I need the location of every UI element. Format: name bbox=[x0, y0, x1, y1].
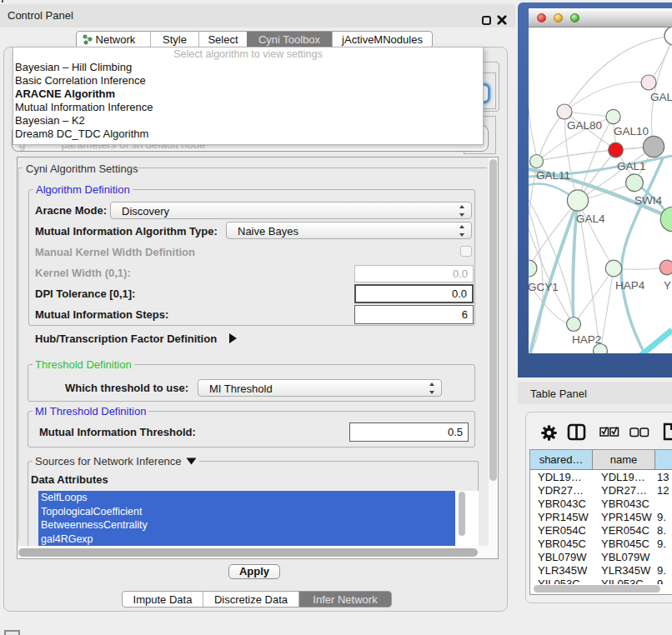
svg-text:GAL: GAL bbox=[650, 91, 672, 103]
svg-text:GAL80: GAL80 bbox=[567, 119, 602, 132]
svg-text:HAP4: HAP4 bbox=[615, 279, 645, 292]
svg-text:GCY1: GCY1 bbox=[529, 281, 559, 293]
svg-text:Y: Y bbox=[664, 279, 671, 292]
svg-text:GAL1: GAL1 bbox=[617, 160, 646, 172]
svg-text:GAL10: GAL10 bbox=[614, 125, 649, 138]
svg-text:GAL4: GAL4 bbox=[576, 212, 605, 225]
svg-text:GAL11: GAL11 bbox=[536, 169, 570, 182]
svg-text:SWI4: SWI4 bbox=[634, 194, 662, 207]
svg-text:HAP2: HAP2 bbox=[572, 333, 601, 346]
